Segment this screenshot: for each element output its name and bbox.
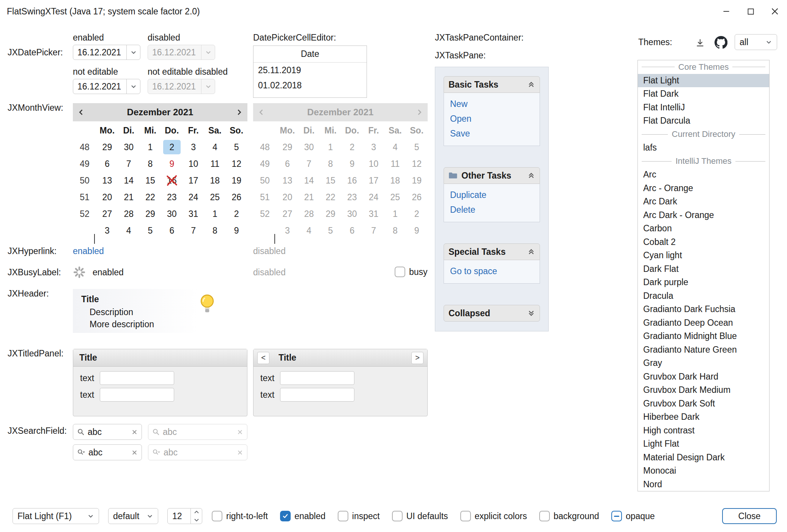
table-row[interactable]: 01.02.2018 [253,78,367,93]
search-input[interactable]: abc [88,427,128,437]
taskpane-link[interactable]: New [444,97,540,111]
theme-list-item[interactable]: Flat Dark [638,87,769,101]
calendar-day[interactable]: 2 [163,140,181,154]
theme-list-item[interactable]: Gradianto Deep Ocean [638,316,769,330]
datepicker-not-editable[interactable]: 16.12.2021 [73,79,140,94]
theme-list-item[interactable]: Nord [638,478,769,491]
checkbox-box[interactable] [539,511,550,521]
minimize-button[interactable] [714,0,738,23]
checkbox-busy[interactable]: busy [395,267,428,277]
theme-list-item[interactable]: lafs [638,141,769,155]
calendar-day[interactable]: 28 [120,207,137,221]
calendar-day[interactable]: 5 [142,223,159,238]
laf-combobox[interactable]: Flat Light (F1) [13,508,99,524]
taskpane-link[interactable]: Open [444,111,540,126]
checkbox-box[interactable] [280,511,291,521]
calendar-day[interactable]: 9 [163,157,181,171]
theme-list-item[interactable]: Light Flat [638,437,769,451]
spinner-down-icon[interactable] [191,516,202,524]
table-row[interactable]: 25.11.2019 [253,63,367,78]
calendar-day[interactable]: 3 [185,140,202,154]
combobox-value[interactable]: Flat Light (F1) [17,511,84,521]
calendar-day[interactable]: 4 [120,223,137,238]
checkbox-enabled[interactable]: enabled [280,511,326,521]
theme-list-item[interactable]: Cobalt 2 [638,235,769,249]
calendar-day[interactable]: 16 [163,173,181,188]
checkbox-inspect[interactable]: inspect [338,511,380,521]
clear-icon[interactable] [131,429,138,435]
calendar-day[interactable]: 20 [98,190,116,204]
titledpanel-text-field[interactable] [280,371,354,385]
taskpane-header[interactable]: Basic Tasks [444,76,540,93]
calendar-day[interactable]: 8 [206,223,224,238]
combobox-value[interactable]: default [113,511,143,521]
theme-list-item[interactable]: Flat Darcula [638,114,769,128]
maximize-button[interactable] [738,0,763,23]
theme-list-item[interactable]: Cyan light [638,249,769,262]
calendar-day[interactable]: 19 [228,173,245,188]
calendar-day[interactable]: 31 [185,207,202,221]
calendar-day[interactable]: 7 [120,157,137,171]
hyperlink-enabled[interactable]: enabled [73,246,104,256]
chevron-down-icon[interactable] [87,513,94,519]
chevron-down-icon[interactable] [126,79,140,94]
calendar-day[interactable]: 23 [163,190,181,204]
theme-list-item[interactable]: Gradianto Dark Fuchsia [638,303,769,316]
calendar-day[interactable]: 22 [142,190,159,204]
calendar-day[interactable]: 21 [120,190,137,204]
taskpane-header[interactable]: Special Tasks [444,243,540,260]
calendar-day[interactable]: 15 [142,173,159,188]
chevron-down-icon[interactable] [146,513,153,519]
expand-icon[interactable] [527,309,535,317]
theme-list-item[interactable]: Dracula [638,289,769,303]
theme-list-item[interactable]: Monocai [638,464,769,478]
calendar-day[interactable]: 18 [206,173,224,188]
taskpane-header[interactable]: Collapsed [444,305,540,322]
calendar-day[interactable]: 9 [228,223,245,238]
checkbox-box[interactable] [212,511,222,521]
checkbox-box[interactable] [395,267,405,277]
calendar-day[interactable]: 12 [228,157,245,171]
calendar-day[interactable]: 8 [142,157,159,171]
chevron-down-icon[interactable] [765,39,772,46]
calendar-day[interactable]: 29 [142,207,159,221]
calendar-day[interactable]: 2 [228,207,245,221]
taskpane-link[interactable]: Go to space [444,264,540,279]
theme-list-item[interactable]: High contrast [638,424,769,438]
calendar-day[interactable]: 3 [98,223,116,238]
close-window-button[interactable] [763,0,787,23]
calendar-day[interactable]: 29 [98,140,116,154]
checkbox-background[interactable]: background [539,511,599,521]
checkbox-ui-defaults[interactable]: UI defaults [392,511,448,521]
titledpanel-text-field[interactable] [280,388,354,402]
checkbox-box[interactable] [611,511,622,521]
collapse-icon[interactable] [527,81,535,88]
calendar-day[interactable]: 14 [120,173,137,188]
search-dropdown-icon[interactable] [77,449,85,456]
github-icon[interactable] [713,35,729,50]
checkbox-box[interactable] [392,511,403,521]
spinner-buttons[interactable] [190,508,202,524]
calendar-day[interactable]: 13 [98,173,116,188]
collapse-icon[interactable] [527,248,535,256]
theme-list-item[interactable]: Gray [638,356,769,370]
themes-filter-combobox[interactable]: all [735,34,777,50]
titledpanel-text-field[interactable] [100,388,174,402]
theme-list-item[interactable]: Carbon [638,222,769,235]
calendar-day[interactable]: 25 [206,190,224,204]
chevron-down-icon[interactable] [126,45,140,60]
datepicker-value[interactable]: 16.12.2021 [73,79,126,94]
theme-list-item[interactable]: Gruvbox Dark Medium [638,383,769,397]
theme-list-item[interactable]: Arc - Orange [638,182,769,195]
taskpane-link[interactable]: Delete [444,202,540,217]
download-icon[interactable] [694,36,707,49]
theme-list-item[interactable]: Material Design Dark [638,451,769,465]
font-combobox[interactable]: default [108,508,158,524]
taskpane-link[interactable]: Save [444,126,540,141]
spinner-up-icon[interactable] [191,508,202,516]
calendar-day[interactable]: 27 [98,207,116,221]
spinner-value[interactable]: 12 [168,508,190,524]
calendar-day[interactable]: 24 [185,190,202,204]
theme-list-item[interactable]: Arc Dark [638,195,769,209]
search-input[interactable]: abc [88,447,128,458]
